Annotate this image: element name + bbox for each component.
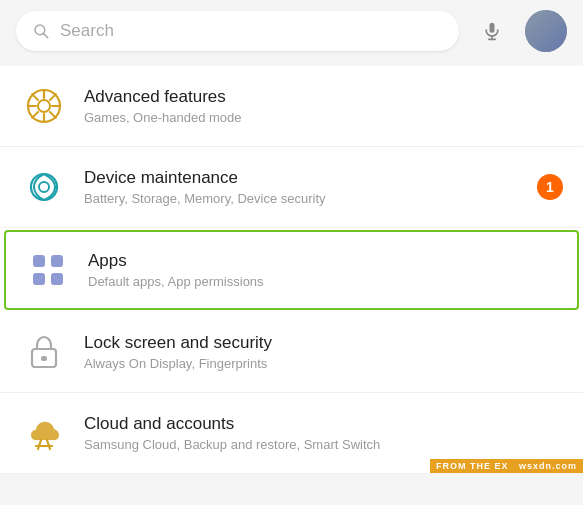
microphone-button[interactable] — [471, 10, 513, 52]
device-maintenance-text: Device maintenance Battery, Storage, Mem… — [84, 168, 537, 206]
apps-text: Apps Default apps, App permissions — [88, 251, 559, 289]
svg-rect-18 — [51, 255, 63, 267]
lock-screen-subtitle: Always On Display, Fingerprints — [84, 356, 563, 371]
cloud-accounts-icon — [20, 409, 68, 457]
svg-line-12 — [50, 112, 56, 118]
settings-item-advanced-features[interactable]: Advanced features Games, One-handed mode — [0, 66, 583, 147]
avatar[interactable] — [525, 10, 567, 52]
advanced-features-text: Advanced features Games, One-handed mode — [84, 87, 563, 125]
svg-point-16 — [39, 182, 49, 192]
advanced-features-subtitle: Games, One-handed mode — [84, 110, 563, 125]
header: Search — [0, 0, 583, 62]
device-maintenance-subtitle: Battery, Storage, Memory, Device securit… — [84, 191, 537, 206]
device-maintenance-title: Device maintenance — [84, 168, 537, 188]
cloud-accounts-title: Cloud and accounts — [84, 414, 563, 434]
settings-item-cloud-accounts[interactable]: Cloud and accounts Samsung Cloud, Backup… — [0, 393, 583, 474]
device-maintenance-icon — [20, 163, 68, 211]
svg-line-11 — [32, 94, 38, 100]
watermark: FROM THE EX wsxdn.com — [430, 459, 583, 473]
device-maintenance-badge: 1 — [537, 174, 563, 200]
apps-title: Apps — [88, 251, 559, 271]
lock-screen-icon — [20, 328, 68, 376]
lock-screen-text: Lock screen and security Always On Displ… — [84, 333, 563, 371]
svg-point-6 — [38, 100, 50, 112]
settings-item-apps[interactable]: Apps Default apps, App permissions — [4, 230, 579, 310]
settings-list: Advanced features Games, One-handed mode… — [0, 66, 583, 474]
advanced-features-icon — [20, 82, 68, 130]
settings-item-lock-screen[interactable]: Lock screen and security Always On Displ… — [0, 312, 583, 393]
apps-subtitle: Default apps, App permissions — [88, 274, 559, 289]
settings-item-device-maintenance[interactable]: Device maintenance Battery, Storage, Mem… — [0, 147, 583, 228]
svg-line-13 — [50, 94, 56, 100]
svg-line-14 — [32, 112, 38, 118]
svg-rect-22 — [41, 356, 47, 361]
svg-rect-20 — [51, 273, 63, 285]
advanced-features-title: Advanced features — [84, 87, 563, 107]
apps-icon — [24, 246, 72, 294]
search-bar[interactable]: Search — [16, 11, 459, 51]
search-placeholder: Search — [60, 21, 443, 41]
svg-rect-2 — [490, 23, 495, 33]
svg-line-1 — [44, 34, 48, 38]
svg-rect-19 — [33, 273, 45, 285]
lock-screen-title: Lock screen and security — [84, 333, 563, 353]
cloud-accounts-text: Cloud and accounts Samsung Cloud, Backup… — [84, 414, 563, 452]
cloud-accounts-subtitle: Samsung Cloud, Backup and restore, Smart… — [84, 437, 563, 452]
search-icon — [32, 22, 50, 40]
svg-rect-17 — [33, 255, 45, 267]
